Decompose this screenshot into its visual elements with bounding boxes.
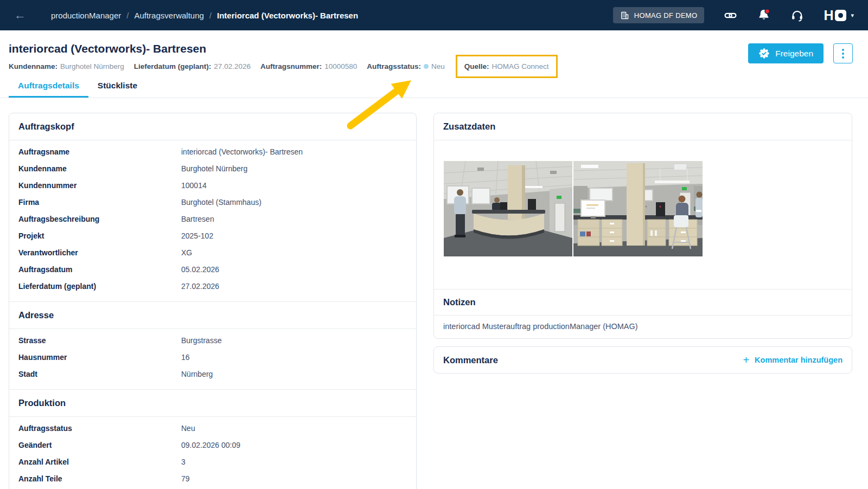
freigeben-label: Freigeben [775, 49, 813, 59]
detail-row: Kundennummer100014 [9, 177, 416, 194]
detail-row: VerantwortlicherXG [9, 244, 416, 261]
page-title: interiorcad (Vectorworks)- Bartresen [9, 42, 853, 55]
section-title-zusatzdaten: Zusatzdaten [434, 113, 852, 140]
share-link-button[interactable] [724, 9, 737, 22]
row-value: 2025-102 [181, 231, 213, 241]
kommentare-card: Kommentare + Kommentar hinzufügen [433, 346, 852, 374]
row-value: Burgstrasse [181, 336, 222, 345]
row-label: Firma [18, 198, 181, 207]
row-label: Anzahl Teile [18, 474, 181, 484]
detail-row: KundennameBurghotel Nürnberg [9, 160, 416, 177]
bell-icon [757, 8, 771, 22]
zusatzdaten-card: Zusatzdaten [433, 113, 852, 339]
right-column: Zusatzdaten [433, 113, 852, 374]
order-details-card: Auftragskopf Auftragsnameinteriorcad (Ve… [9, 113, 417, 489]
attachment-image-office[interactable] [573, 161, 703, 256]
topbar: ← productionManager / Auftragsverwaltung… [0, 0, 868, 30]
page-header: interiorcad (Vectorworks)- Bartresen Kun… [9, 42, 853, 72]
detail-row: Anzahl Teile79 [9, 471, 416, 487]
back-button[interactable]: ← [14, 9, 26, 21]
breadcrumb-separator: / [126, 11, 129, 20]
row-value: 3 [181, 458, 186, 467]
breadcrumb-current-order: Interiorcad (Vectorworks)- Bartresen [217, 11, 358, 20]
freigeben-button[interactable]: Freigeben [748, 43, 824, 63]
meta-label: Quelle: [464, 62, 489, 70]
topbar-actions: HOMAG DF DEMO H ▾ [613, 7, 854, 23]
detail-row: Hausnummer16 [9, 349, 416, 366]
row-label: Lieferdatum (geplant) [18, 282, 181, 291]
note-text: interiorcad Musterauftrag productionMana… [434, 316, 852, 338]
add-comment-button[interactable]: + Kommentar hinzufügen [743, 355, 843, 365]
meta-label: Kundenname: [9, 62, 58, 70]
section-rows: AuftragsstatusNeu Geändert09.02.2026 00:… [9, 417, 416, 489]
row-value: 09.02.2026 00:09 [181, 441, 240, 450]
detail-row: Auftragsnameinteriorcad (Vectorworks)- B… [9, 144, 416, 160]
row-label: Kundenname [18, 164, 181, 173]
account-menu[interactable]: H ▾ [824, 9, 854, 22]
meta-value: Neu [431, 62, 445, 70]
row-value: Burghotel Nürnberg [181, 164, 247, 173]
meta-value: 10000580 [324, 62, 357, 70]
section-title-notizen: Notizen [434, 289, 852, 316]
row-value: 05.02.2026 [181, 265, 219, 274]
building-icon [620, 11, 629, 20]
support-button[interactable] [790, 9, 804, 22]
row-value: Neu [181, 424, 195, 433]
notifications-button[interactable] [757, 8, 771, 22]
meta-auftragsstatus: Auftragsstatus: Neu [367, 62, 445, 70]
chevron-down-icon: ▾ [851, 12, 854, 19]
row-value: 16 [181, 353, 190, 362]
row-label: Geändert [18, 441, 181, 450]
row-label: Auftragsname [18, 147, 181, 157]
link-icon [724, 9, 737, 22]
meta-label: Auftragsnummer: [260, 62, 322, 70]
row-value: 79 [181, 474, 190, 484]
kebab-icon [842, 49, 844, 51]
detail-row: Lieferdatum (geplant)27.02.2026 [9, 278, 416, 295]
row-value: 27.02.2026 [181, 282, 219, 291]
detail-row: Projekt2025-102 [9, 228, 416, 244]
row-value: Burghotel (Stammhaus) [181, 198, 261, 207]
tab-auftragsdetails[interactable]: Auftragsdetails [9, 81, 88, 98]
row-label: Projekt [18, 231, 181, 241]
section-rows: StrasseBurgstrasse Hausnummer16 StadtNür… [9, 329, 416, 389]
more-actions-button[interactable] [833, 43, 853, 63]
meta-value: HOMAG Connect [492, 62, 549, 70]
detail-row: FirmaBurghotel (Stammhaus) [9, 194, 416, 211]
detail-row: Anzahl Artikel3 [9, 454, 416, 471]
row-value: 100014 [181, 181, 207, 190]
breadcrumb-auftragsverwaltung[interactable]: Auftragsverwaltung [134, 11, 203, 20]
row-label: Hausnummer [18, 353, 181, 362]
breadcrumb-production-manager[interactable]: productionManager [51, 11, 121, 20]
tab-stueckliste[interactable]: Stückliste [88, 81, 146, 98]
meta-lieferdatum: Lieferdatum (geplant): 27.02.2026 [134, 62, 251, 70]
back-arrow-icon: ← [14, 8, 26, 22]
section-title-adresse: Adresse [9, 301, 416, 329]
detail-row: Geändert09.02.2026 00:09 [9, 437, 416, 454]
add-comment-label: Kommentar hinzufügen [755, 356, 843, 364]
section-rows: Auftragsnameinteriorcad (Vectorworks)- B… [9, 140, 416, 301]
row-label: Stadt [18, 370, 181, 379]
meta-value: 27.02.2026 [214, 62, 251, 70]
section-title-produktion: Produktion [9, 389, 416, 417]
meta-quelle-highlighted: Quelle: HOMAG Connect [456, 55, 558, 78]
breadcrumb: productionManager / Auftragsverwaltung /… [51, 11, 358, 20]
detail-row: StrasseBurgstrasse [9, 332, 416, 349]
homag-logo: H [824, 9, 833, 22]
row-label: Auftragsbeschreibung [18, 215, 181, 224]
row-label: Strasse [18, 336, 181, 345]
row-label: Verantwortlicher [18, 248, 181, 258]
main-content: Auftragskopf Auftragsnameinteriorcad (Ve… [9, 113, 853, 489]
meta-label: Lieferdatum (geplant): [134, 62, 212, 70]
tenant-selector-button[interactable]: HOMAG DF DEMO [613, 7, 705, 23]
section-title-kommentare: Kommentare [443, 355, 498, 365]
meta-kundenname: Kundenname: Burghotel Nürnberg [9, 62, 124, 70]
detail-row: AuftragsbeschreibungBartresen [9, 211, 416, 228]
row-label: Kundennummer [18, 181, 181, 190]
meta-value: Burghotel Nürnberg [60, 62, 124, 70]
tab-bar: Auftragsdetails Stückliste [0, 81, 868, 98]
breadcrumb-separator: / [209, 11, 212, 20]
section-title-auftragskopf: Auftragskopf [9, 113, 416, 140]
attachment-image-reception[interactable] [444, 161, 572, 256]
meta-label: Auftragsstatus: [367, 62, 421, 70]
